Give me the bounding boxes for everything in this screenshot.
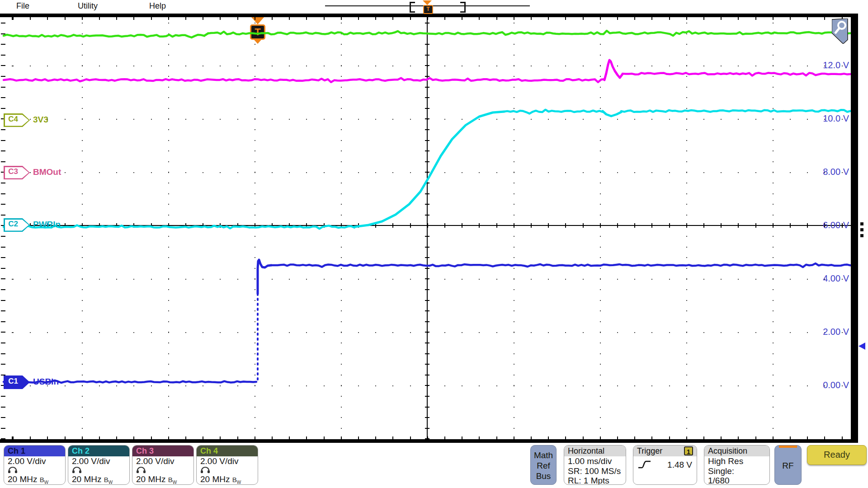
rf-button[interactable]: RF [774, 445, 802, 485]
graticule-bottom-border [0, 439, 858, 443]
menu-item-help[interactable]: Help [149, 1, 166, 11]
trigger-t-badge[interactable]: T [250, 24, 265, 40]
vertical-gridline [82, 17, 83, 439]
channel-bandwidth-value: 20 MHz BW [4, 474, 65, 485]
math-ref-bus-line: Ref [531, 460, 556, 471]
menu-item-utility[interactable]: Utility [78, 1, 98, 11]
channel-badge-c4[interactable]: C4 [4, 113, 30, 127]
channel-settings-badge-c2[interactable]: Ch 22.00 V/div20 MHz BW [68, 445, 130, 485]
channel-name-bmout: BMOut [33, 167, 61, 177]
headphone-probe-icon [72, 466, 82, 474]
channel-scale-value: 2.00 V/div [4, 456, 65, 466]
top-edge-ticks [4, 17, 851, 20]
channel-bandwidth-value: 20 MHz BW [132, 474, 193, 485]
bandwidth-limit-icon: BW [104, 476, 113, 483]
menu-item-file[interactable]: File [16, 1, 29, 11]
right-drawer-handle[interactable] [860, 222, 864, 238]
acquisition-panel-body: High ResSingle:1/680 [704, 456, 769, 485]
horizontal-readout-line: 1.00 ms/div [564, 456, 626, 466]
channel-name-3v3: 3V3 [33, 115, 48, 125]
trigger-level-arrow-icon[interactable] [859, 343, 865, 350]
bandwidth-limit-icon: BW [168, 476, 177, 483]
drawer-dot [860, 228, 863, 231]
bandwidth-limit-icon: BW [232, 476, 241, 483]
channel-scale-value: 2.00 V/div [68, 456, 129, 466]
rising-edge-slope-icon [638, 460, 651, 469]
trigger-panel[interactable]: Trigger 1 1.48 V [633, 445, 697, 485]
vertical-gridline [168, 17, 169, 439]
record-view-left-bracket[interactable] [410, 2, 415, 13]
vertical-gridline [600, 17, 601, 439]
acquisition-readout-line: High Res [704, 456, 769, 466]
zoom-corner-widget[interactable] [832, 19, 849, 44]
channel-settings-header: Ch 1 [4, 446, 65, 456]
graticule-top-border [0, 14, 858, 17]
channel-bandwidth-value: 20 MHz BW [68, 474, 129, 485]
trigger-panel-title: Trigger 1 [633, 446, 697, 456]
probe-coupling-icon-row [132, 466, 193, 474]
trigger-panel-title-text: Trigger [637, 446, 662, 455]
acquisition-readout-line: Single: [704, 466, 769, 476]
volt-axis-label: 2.00 V [799, 327, 849, 337]
trace-bmout [623, 73, 850, 75]
graticule-right-border [851, 14, 858, 443]
trace-3v3 [208, 31, 850, 36]
headphone-probe-icon [136, 466, 146, 474]
volt-axis-label: 12.0 V [799, 60, 849, 70]
trigger-source-badge: 1 [684, 446, 693, 455]
probe-coupling-icon-row [197, 466, 258, 474]
channel-badge-label: C4 [4, 113, 23, 127]
math-ref-bus-button[interactable]: MathRefBus [530, 445, 557, 485]
trace-bmout [604, 60, 623, 80]
channel-scale-value: 2.00 V/div [132, 456, 193, 466]
channel-badge-c3[interactable]: C3 [4, 166, 30, 179]
trace-pwrin [504, 110, 603, 114]
vertical-gridline [255, 17, 255, 439]
trace-usbin [258, 260, 271, 294]
vertical-gridline [514, 17, 514, 439]
acquisition-status-badge: Ready [807, 445, 867, 465]
channel-scale-value: 2.00 V/div [197, 456, 258, 466]
channel-settings-header: Ch 4 [197, 446, 258, 456]
vertical-gridline [341, 17, 342, 439]
drawer-dot [860, 234, 863, 237]
waveform-traces [0, 0, 868, 488]
volt-axis-label: 6.00 V [799, 220, 849, 230]
volt-axis-label: 8.00 V [799, 167, 849, 177]
channel-badge-c1[interactable]: C1 [4, 375, 30, 389]
channel-badge-label: C2 [4, 218, 23, 232]
trace-3v3 [204, 33, 208, 36]
trigger-level-value: 1.48 V [667, 460, 692, 470]
horizontal-readout-line: RL: 1 Mpts [564, 476, 626, 485]
menu-bar: FileUtilityHelp [0, 0, 868, 14]
trace-pwrin [621, 110, 850, 112]
channel-settings-badge-c1[interactable]: Ch 12.00 V/div20 MHz BW [4, 445, 66, 485]
center-vertical-axis-ticks [425, 17, 429, 439]
record-trigger-marker[interactable]: T [423, 5, 433, 14]
horizontal-panel-body: 1.00 ms/divSR: 100 MS/sRL: 1 Mpts [564, 456, 626, 485]
horizontal-panel[interactable]: Horizontal 1.00 ms/divSR: 100 MS/sRL: 1 … [564, 445, 626, 485]
channel-badge-c2[interactable]: C2 [4, 218, 30, 232]
drawer-dot [860, 222, 863, 225]
record-trigger-triangle-icon[interactable] [423, 0, 432, 5]
vertical-gridline [773, 17, 774, 439]
channel-settings-badge-c3[interactable]: Ch 32.00 V/div20 MHz BW [132, 445, 194, 485]
acquisition-panel[interactable]: Acquisition High ResSingle:1/680 [704, 445, 770, 485]
horizontal-readout-line: SR: 100 MS/s [564, 466, 626, 476]
probe-coupling-icon-row [4, 466, 65, 474]
acquisition-readout-line: 1/680 [704, 476, 769, 485]
horizontal-panel-title: Horizontal [564, 446, 626, 456]
record-view-right-bracket[interactable] [460, 2, 466, 13]
channel-settings-badge-c4[interactable]: Ch 42.00 V/div20 MHz BW [196, 445, 258, 485]
volt-axis-label: 0.00 V [799, 380, 849, 390]
vertical-gridline [686, 17, 687, 439]
rf-button-label: RF [775, 461, 801, 471]
channel-bandwidth-value: 20 MHz BW [197, 474, 258, 485]
headphone-probe-icon [200, 466, 210, 474]
bottom-settings-bar: MathRefBus Horizontal 1.00 ms/divSR: 100… [0, 445, 868, 488]
headphone-probe-icon [8, 466, 18, 474]
channel-name-pwrin: PWRIn [33, 220, 61, 230]
trace-pwrin [603, 111, 621, 116]
channel-settings-header: Ch 3 [132, 446, 193, 456]
trace-usbin [271, 263, 850, 267]
